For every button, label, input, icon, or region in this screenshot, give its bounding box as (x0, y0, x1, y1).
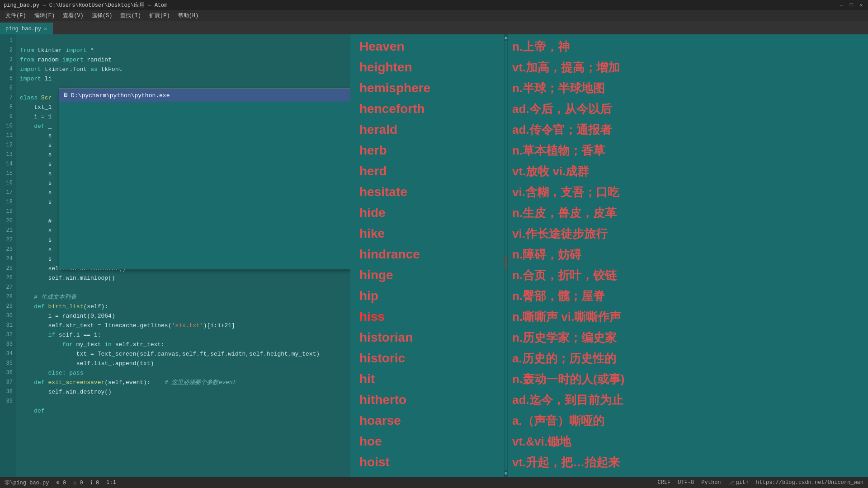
main-area: 12345 678910 1112131415 1617181920 21222… (0, 34, 868, 477)
tab-ping-bao[interactable]: ping_bao.py ✕ (0, 23, 53, 34)
def-item: ad.今后，从今以后 (512, 99, 863, 119)
title-bar: ping_bao.py — C:\Users\RootUser\Desktop\… (0, 0, 868, 10)
list-item: hindrance (350, 244, 504, 265)
list-item: historic (350, 348, 504, 369)
menu-view[interactable]: 查看(V) (59, 11, 87, 20)
tab-close-button[interactable]: ✕ (44, 26, 47, 32)
menu-edit[interactable]: 编辑(E) (31, 11, 59, 20)
menu-extend[interactable]: 扩展(P) (146, 11, 174, 20)
tab-label: ping_bao.py (5, 26, 41, 32)
def-item: n.合页，折叶，铰链 (512, 265, 863, 286)
python-dialog: 🖥 D:\pycharm\python\python.exe — □ ✕ (59, 89, 350, 269)
status-info-text: ℹ 0 (90, 479, 99, 486)
status-encoding-text: CRLF (658, 479, 671, 486)
def-item: ad.迄今，到目前为止 (512, 389, 863, 410)
list-item: hit (350, 369, 504, 389)
scrollbar[interactable]: ▲ ▼ (504, 34, 508, 477)
def-item: ad.传令官；通报者 (512, 119, 863, 140)
status-lang: Python (701, 479, 721, 486)
status-position: 1:1 (106, 479, 116, 486)
git-icon: ⎇ (728, 480, 734, 486)
scroll-track[interactable] (505, 41, 507, 470)
list-item: hide (350, 202, 504, 223)
list-item: hitherto (350, 389, 504, 410)
status-lang-text: Python (701, 479, 721, 486)
status-bar: 零\ping_bao.py ⊗ 0 ⚠ 0 ℹ 0 1:1 CRLF UTF-8… (0, 477, 868, 488)
maximize-button[interactable]: □ (848, 2, 854, 8)
dialog-title-bar[interactable]: 🖥 D:\pycharm\python\python.exe — □ ✕ (59, 89, 350, 102)
minimize-button[interactable]: — (838, 2, 844, 8)
scroll-thumb[interactable] (505, 256, 507, 269)
status-left: 零\ping_bao.py ⊗ 0 ⚠ 0 ℹ 0 1:1 (5, 479, 116, 487)
dialog-icon: 🖥 (63, 91, 68, 100)
def-item: n.上帝，神 (512, 36, 863, 57)
list-item: hoe (350, 431, 504, 452)
menu-find[interactable]: 查找(I) (117, 11, 145, 20)
window-controls: — □ ✕ (838, 2, 864, 8)
list-item: herald (350, 119, 504, 140)
list-item: hemisphere (350, 78, 504, 99)
definition-panel: n.上帝，神 vt.加高，提高；增加 n.半球；半球地图 ad.今后，从今以后 … (508, 34, 868, 477)
list-item: hoarse (350, 410, 504, 431)
def-item: n.臀部，髋；屋脊 (512, 286, 863, 306)
list-item: hesitate (350, 182, 504, 202)
def-item: vi.含糊，支吾；口吃 (512, 182, 863, 202)
status-file-text: 零\ping_bao.py (5, 479, 49, 487)
list-item: heighten (350, 57, 504, 78)
status-vcs: ⎇ git+ (728, 479, 749, 486)
status-right: CRLF UTF-8 Python ⎇ git+ https://blog.cs… (658, 479, 864, 486)
def-item: n.半球；半球地图 (512, 78, 863, 99)
def-item: vt.&vi.锄地 (512, 431, 863, 452)
status-info: ℹ 0 (90, 479, 99, 486)
status-url[interactable]: https://blog.csdn.net/Unicorn_wan (756, 479, 863, 486)
def-item: n.生皮，兽皮，皮革 (512, 202, 863, 223)
list-item: hoist (350, 452, 504, 473)
def-item: n.历史学家；编史家 (512, 327, 863, 348)
def-item-hiss: n.嘶嘶声 vi.嘶嘶作声 (512, 306, 863, 327)
menu-bar: 文件(F) 编辑(E) 查看(V) 选择(S) 查找(I) 扩展(P) 帮助(H… (0, 10, 868, 21)
def-item: vt.放牧 vi.成群 (512, 161, 863, 182)
dialog-title-text: D:\pycharm\python\python.exe (71, 91, 170, 100)
tab-bar: ping_bao.py ✕ (0, 21, 868, 34)
def-item: vi.作长途徒步旅行 (512, 223, 863, 244)
list-item: historian (350, 327, 504, 348)
menu-file[interactable]: 文件(F) (2, 11, 30, 20)
def-item: n.障碍，妨碍 (512, 244, 863, 265)
status-charset: UTF-8 (678, 479, 694, 486)
title-text: ping_bao.py — C:\Users\RootUser\Desktop\… (4, 1, 167, 9)
menu-select[interactable]: 选择(S) (88, 11, 116, 20)
status-position-text: 1:1 (106, 479, 116, 486)
status-charset-text: UTF-8 (678, 479, 694, 486)
dialog-body (59, 102, 350, 269)
list-item: hinge (350, 265, 504, 286)
status-warnings: ⚠ 0 (73, 479, 83, 486)
status-vcs-text: git+ (736, 479, 749, 486)
list-item: Heaven (350, 36, 504, 57)
word-panel: Heaven heighten hemisphere henceforth he… (350, 34, 868, 477)
word-list[interactable]: Heaven heighten hemisphere henceforth he… (350, 34, 504, 477)
list-item: henceforth (350, 99, 504, 119)
def-item: vt.加高，提高；增加 (512, 57, 863, 78)
def-item: n.草本植物；香草 (512, 140, 863, 161)
status-errors-text: ⊗ 0 (56, 479, 66, 486)
def-item: vt.升起，把…抬起来 (512, 452, 863, 473)
status-warnings-text: ⚠ 0 (73, 479, 83, 486)
list-item: hike (350, 223, 504, 244)
list-item: hip (350, 286, 504, 306)
list-item-hiss: hiss (350, 306, 504, 327)
list-item: herb (350, 140, 504, 161)
list-item: herd (350, 161, 504, 182)
status-url-text: https://blog.csdn.net/Unicorn_wan (756, 479, 863, 486)
status-errors: ⊗ 0 (56, 479, 66, 486)
def-item: n.轰动一时的人(或事) (512, 369, 863, 389)
def-item: a.历史的；历史性的 (512, 348, 863, 369)
status-encoding: CRLF (658, 479, 671, 486)
close-button[interactable]: ✕ (858, 2, 864, 8)
line-numbers: 12345 678910 1112131415 1617181920 21222… (0, 34, 16, 477)
def-item: a.（声音）嘶哑的 (512, 410, 863, 431)
status-file: 零\ping_bao.py (5, 479, 49, 487)
code-editor: 12345 678910 1112131415 1617181920 21222… (0, 34, 350, 477)
menu-help[interactable]: 帮助(H) (175, 11, 203, 20)
